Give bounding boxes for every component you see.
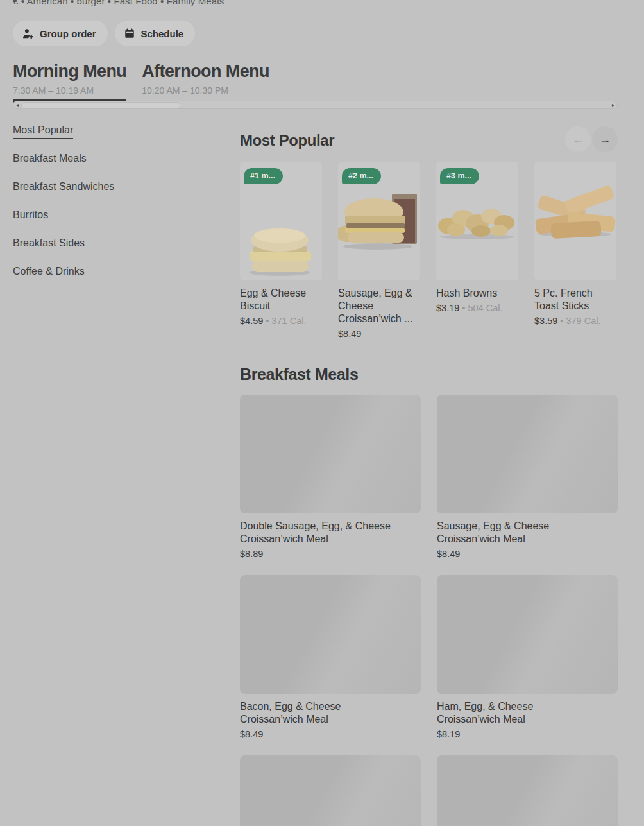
french-toast-sticks-photo [534, 162, 616, 280]
arrow-left-icon: ← [572, 133, 584, 146]
tab-afternoon-menu-label: Afternoon Menu [142, 62, 269, 81]
most-liked-badge: #1 m... [244, 168, 283, 184]
schedule-button[interactable]: Schedule [115, 21, 196, 46]
breakfast-meals-section: Breakfast Meals Double Sausage, Egg, & C… [240, 365, 618, 826]
group-order-button[interactable]: Group order [13, 21, 108, 46]
menu-content: Most Popular ← → [240, 124, 618, 826]
menu-item-card-french-toast-sticks[interactable]: 5 Pc. French Toast Sticks $3.59 • 379 Ca… [534, 162, 616, 340]
sidebar-item-breakfast-sandwiches[interactable]: Breakfast Sandwiches [13, 180, 114, 193]
menu-item-image-placeholder [437, 575, 618, 694]
carousel-next-button[interactable]: → [592, 126, 618, 152]
most-popular-carousel: #1 m... Egg & Cheese Biscuit $4.59 • 371… [240, 162, 618, 340]
item-name: Sausage, Egg & Cheese Croissan’wich ... [338, 287, 420, 325]
carousel-prev-button[interactable]: ← [565, 126, 591, 152]
egg-cheese-biscuit-photo: #1 m... [240, 162, 322, 280]
item-price-line: $3.59 • 379 Cal. [534, 315, 616, 327]
most-liked-badge: #2 m... [342, 168, 381, 184]
menu-item-card-double-sausage-meal[interactable]: Double Sausage, Egg, & Cheese Croissan’w… [240, 395, 421, 560]
menu-item-image-placeholder [437, 395, 618, 513]
schedule-label: Schedule [141, 28, 184, 39]
croissanwich-with-drink-photo: #2 m... [338, 162, 420, 280]
menu-item-image-placeholder [240, 755, 421, 826]
item-calories: • 379 Cal. [560, 316, 600, 326]
item-price-line: $3.19 • 504 Cal. [436, 302, 518, 314]
sidebar-item-coffee-drinks[interactable]: Coffee & Drinks [13, 265, 85, 277]
tab-morning-menu-hours: 7:30 AM – 10:19 AM [13, 85, 126, 96]
breakfast-meals-title: Breakfast Meals [240, 365, 618, 384]
item-price: $8.19 [437, 729, 618, 739]
menu-item-image-placeholder [240, 575, 421, 694]
restaurant-categories: € • American • burger • Fast Food • Fami… [13, 0, 224, 6]
menu-item-card-ham-meal[interactable]: Ham, Egg, & Cheese Croissan’wich Meal $8… [437, 575, 618, 741]
person-plus-icon [22, 28, 34, 40]
menu-item-card-partially-visible[interactable] [240, 755, 421, 826]
tab-afternoon-menu[interactable]: Afternoon Menu 10:20 AM – 10:30 PM [142, 62, 269, 103]
group-order-label: Group order [40, 28, 96, 39]
item-price-line: $4.59 • 371 Cal. [240, 315, 322, 327]
tab-morning-menu-label: Morning Menu [13, 62, 126, 81]
menu-item-card-croissanwich[interactable]: #2 m... Sausage, Egg & Cheese Croissan’w… [338, 162, 420, 340]
tab-morning-menu[interactable]: Morning Menu 7:30 AM – 10:19 AM [13, 62, 126, 103]
menu-tabs: Morning Menu 7:30 AM – 10:19 AM Afternoo… [13, 62, 269, 103]
item-calories: • 504 Cal. [462, 303, 502, 313]
item-name: Sausage, Egg & Cheese Croissan’wich Meal [437, 520, 597, 546]
item-name: Egg & Cheese Biscuit [240, 287, 322, 313]
menu-item-card-hash-browns[interactable]: #3 m... Hash Browns $3.19 • 504 Cal. [436, 162, 518, 340]
tab-afternoon-menu-hours: 10:20 AM – 10:30 PM [142, 85, 269, 96]
item-name: Ham, Egg, & Cheese Croissan’wich Meal [437, 700, 597, 726]
calendar-icon [124, 28, 135, 39]
menu-item-card-sausage-meal[interactable]: Sausage, Egg & Cheese Croissan’wich Meal… [437, 395, 618, 560]
sidebar-item-breakfast-meals[interactable]: Breakfast Meals [13, 152, 87, 164]
item-price: $8.49 [437, 549, 618, 559]
menu-item-card-egg-cheese-biscuit[interactable]: #1 m... Egg & Cheese Biscuit $4.59 • 371… [240, 162, 322, 340]
scrollbar-right-arrow-icon[interactable]: ▸ [612, 102, 614, 108]
menu-item-image-placeholder [240, 395, 421, 513]
item-price-line: $8.49 [338, 328, 420, 340]
menu-item-image-placeholder [437, 755, 618, 826]
most-popular-title: Most Popular [240, 131, 618, 150]
menu-item-card-partially-visible[interactable] [437, 755, 618, 826]
scrollbar-thumb[interactable] [21, 102, 180, 109]
item-name: Hash Browns [436, 287, 518, 300]
item-price: $4.59 [240, 316, 263, 326]
scrollbar-left-arrow-icon[interactable]: ◂ [16, 102, 19, 108]
hash-browns-photo: #3 m... [436, 162, 518, 280]
sidebar-item-breakfast-sides[interactable]: Breakfast Sides [13, 237, 85, 249]
tabs-horizontal-scrollbar[interactable]: ◂ ▸ [13, 101, 618, 109]
item-calories: • 371 Cal. [266, 316, 306, 326]
item-price: $8.89 [240, 549, 421, 559]
item-price: $3.59 [534, 316, 557, 326]
action-buttons-row: Group order Schedule [13, 21, 195, 46]
item-name: 5 Pc. French Toast Sticks [534, 287, 616, 313]
item-name: Bacon, Egg & Cheese Croissan’wich Meal [240, 700, 400, 726]
arrow-right-icon: → [599, 133, 611, 146]
sidebar-item-most-popular[interactable]: Most Popular [13, 124, 73, 139]
breakfast-meals-grid: Double Sausage, Egg, & Cheese Croissan’w… [240, 395, 618, 826]
item-name: Double Sausage, Egg, & Cheese Croissan’w… [240, 520, 400, 546]
carousel-nav: ← → [565, 126, 618, 152]
item-price: $8.49 [338, 329, 361, 339]
most-popular-section: Most Popular ← → [240, 124, 618, 340]
item-price: $3.19 [436, 303, 459, 313]
sidebar-item-burritos[interactable]: Burritos [13, 209, 48, 221]
item-price: $8.49 [240, 729, 421, 739]
category-sidebar: Most Popular Breakfast Meals Breakfast S… [13, 124, 225, 293]
menu-item-card-bacon-meal[interactable]: Bacon, Egg & Cheese Croissan’wich Meal $… [240, 575, 421, 741]
most-liked-badge: #3 m... [440, 168, 479, 184]
